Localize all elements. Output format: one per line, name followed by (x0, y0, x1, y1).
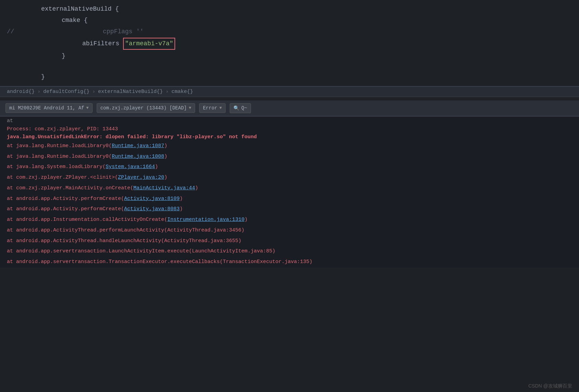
log-text: android.app.ActivityThread.performLaunch… (16, 227, 244, 233)
code-text: } (41, 72, 45, 82)
log-suffix: ) (164, 143, 167, 149)
code-line-comment: // cppFlags '' (0, 26, 579, 37)
device-selector[interactable]: mi M2002J9E Android 11, Af ▼ (5, 103, 93, 113)
level-dropdown-arrow: ▼ (219, 106, 222, 110)
code-text: cmake { (62, 15, 88, 25)
log-prefix: at (7, 217, 16, 223)
logcat-tag: at (0, 117, 579, 125)
process-dropdown-arrow: ▼ (189, 106, 191, 110)
code-text: } (62, 51, 65, 61)
log-link[interactable]: ZPlayer.java:20 (118, 175, 164, 180)
code-text: abiFilters (82, 39, 123, 49)
log-suffix: ) (164, 175, 167, 180)
search-box[interactable]: 🔍 Q~ (230, 103, 251, 113)
log-line-4: at java.lang.System.loadLibrary(System.j… (0, 162, 579, 173)
log-text: java.lang.Runtime.loadLibrary0( (16, 154, 112, 159)
logcat-panel: at Process: com.zxj.zplayer, PID: 13443 … (0, 117, 579, 268)
abi-value: "armeabi-v7a" (123, 38, 175, 50)
code-line-5 (0, 62, 579, 71)
log-text: android.app.servertransaction.Transactio… (16, 259, 312, 265)
log-prefix: at (7, 227, 16, 233)
log-link[interactable]: Activity.java:8083 (124, 206, 180, 212)
log-main-error: java.lang.UnsatisfiedLinkError: dlopen f… (0, 133, 579, 141)
code-line-1: externalNativeBuild { (0, 3, 579, 15)
level-selector[interactable]: Error ▼ (199, 103, 226, 113)
log-link[interactable]: Runtime.java:1087 (112, 143, 164, 149)
log-text: android.app.Instrumentation.callActivity… (16, 217, 167, 223)
log-process-line: Process: com.zxj.zplayer, PID: 13443 (0, 125, 579, 133)
log-link[interactable]: System.java:1664 (106, 164, 155, 170)
log-suffix: ) (180, 196, 183, 202)
log-text: com.zxj.zplayer.MainActivity.onCreate( (16, 185, 133, 191)
log-line-3: at java.lang.Runtime.loadLibrary0(Runtim… (0, 152, 579, 162)
code-editor: externalNativeBuild { cmake { // cppFlag… (0, 0, 579, 86)
code-line-2: cmake { (0, 15, 579, 26)
log-line-11: at android.app.ActivityThread.handleLaun… (0, 236, 579, 247)
log-suffix: ) (244, 217, 248, 223)
log-line-5: at com.zxj.zplayer.ZPlayer.<clinit>(ZPla… (0, 173, 579, 183)
log-line-7: at android.app.Activity.performCreate(Ac… (0, 194, 579, 204)
log-prefix: at (7, 196, 16, 202)
log-text: java.lang.System.loadLibrary( (16, 164, 106, 170)
log-prefix: at (7, 175, 16, 180)
process-selector[interactable]: com.zxj.zplayer (13443) [DEAD] ▼ (97, 103, 195, 113)
breadcrumb-sep-2: › (92, 89, 95, 95)
log-text: com.zxj.zplayer.ZPlayer.<clinit>( (16, 175, 118, 180)
code-line-3: abiFilters "armeabi-v7a" (0, 37, 579, 50)
log-text: java.lang.Runtime.loadLibrary0( (16, 143, 112, 149)
search-icon: 🔍 (233, 105, 239, 111)
log-prefix: at (7, 143, 16, 149)
device-label: mi M2002J9E Android 11, Af (9, 105, 84, 111)
log-suffix: ) (195, 185, 198, 191)
log-prefix: at (7, 248, 16, 254)
log-suffix: ) (155, 164, 158, 170)
search-placeholder: Q~ (241, 105, 247, 111)
watermark: CSDN @攻城狮百里 (528, 383, 572, 389)
log-text: android.app.Activity.performCreate( (16, 206, 124, 212)
logcat-toolbar: mi M2002J9E Android 11, Af ▼ com.zxj.zpl… (0, 100, 579, 117)
code-line-6: } (0, 71, 579, 83)
log-prefix: at (7, 259, 16, 265)
log-line-9: at android.app.Instrumentation.callActiv… (0, 215, 579, 225)
log-line-2: at java.lang.Runtime.loadLibrary0(Runtim… (0, 141, 579, 152)
log-text: android.app.Activity.performCreate( (16, 196, 124, 202)
breadcrumb-item-2: defaultConfig{} (43, 89, 89, 95)
log-suffix: ) (180, 206, 183, 212)
breadcrumb-item-3: externalNativeBuild{} (98, 89, 163, 95)
breadcrumb-item-1: android{} (7, 89, 35, 95)
log-line-12: at android.app.servertransaction.LaunchA… (0, 246, 579, 257)
log-prefix: at (7, 238, 16, 244)
log-line-13: at android.app.servertransaction.Transac… (0, 257, 579, 268)
log-text: android.app.ActivityThread.handleLaunchA… (16, 238, 241, 244)
breadcrumb: android{} › defaultConfig{} › externalNa… (0, 86, 579, 97)
code-line-4: } (0, 50, 579, 62)
level-label: Error (203, 105, 217, 111)
breadcrumb-sep-3: › (166, 89, 169, 95)
comment-marker: // (7, 27, 14, 37)
log-prefix: at (7, 164, 16, 170)
log-prefix: at (7, 206, 16, 212)
log-text: android.app.servertransaction.LaunchActi… (16, 248, 275, 254)
log-prefix: at (7, 185, 16, 191)
log-line-6: at com.zxj.zplayer.MainActivity.onCreate… (0, 183, 579, 194)
log-line-10: at android.app.ActivityThread.performLau… (0, 225, 579, 236)
log-suffix: ) (164, 154, 167, 159)
log-link[interactable]: MainActivity.java:44 (133, 185, 195, 191)
log-link[interactable]: Runtime.java:1008 (112, 154, 164, 159)
log-prefix: at (7, 154, 16, 159)
device-dropdown-arrow: ▼ (86, 106, 88, 110)
code-text: cppFlags '' (103, 28, 144, 35)
code-text: externalNativeBuild { (41, 4, 119, 14)
log-link[interactable]: Activity.java:8109 (124, 196, 180, 202)
log-text: Process: com.zxj.zplayer, PID: 13443 (7, 126, 118, 132)
log-link[interactable]: Instrumentation.java:1310 (167, 217, 244, 223)
breadcrumb-sep-1: › (37, 89, 40, 95)
log-line-8: at android.app.Activity.performCreate(Ac… (0, 204, 579, 215)
log-error-text: java.lang.UnsatisfiedLinkError: dlopen f… (7, 134, 257, 140)
breadcrumb-item-4: cmake{} (171, 89, 193, 95)
process-label: com.zxj.zplayer (13443) [DEAD] (100, 105, 187, 111)
